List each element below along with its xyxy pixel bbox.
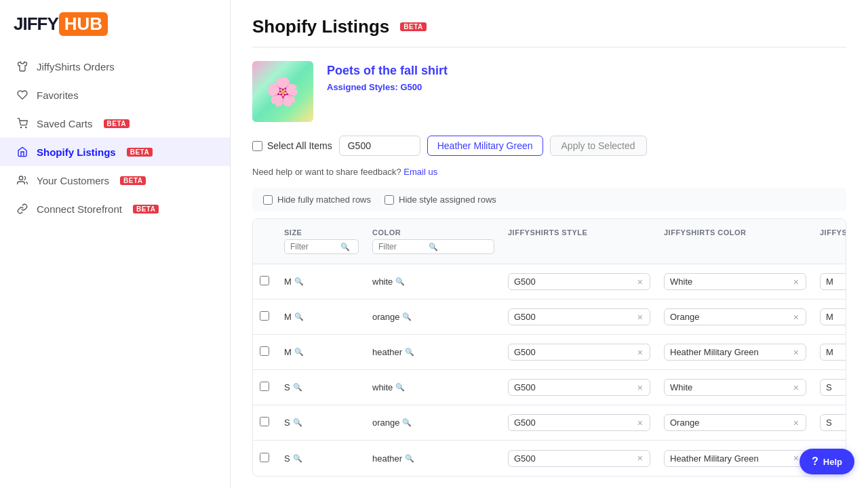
color-select-button[interactable]: Heather Military Green [427, 136, 543, 156]
js-color-remove-4[interactable]: × [792, 418, 800, 428]
js-size-value-3: S [826, 382, 846, 392]
js-style-remove-1[interactable]: × [636, 312, 644, 322]
color-search-link-2[interactable]: 🔍 [405, 348, 414, 357]
js-color-remove-3[interactable]: × [792, 383, 800, 392]
js-style-tag-4[interactable]: G500 × [508, 414, 650, 431]
row-checkbox-4[interactable] [260, 417, 269, 426]
size-value-4: S [284, 418, 290, 428]
hide-assigned-checkbox[interactable] [384, 195, 394, 205]
js-color-remove-1[interactable]: × [792, 312, 800, 322]
js-style-tag-1[interactable]: G500 × [508, 308, 650, 325]
js-color-value-5: Heather Military Green [670, 453, 788, 464]
js-color-tag-3[interactable]: White × [664, 379, 806, 396]
hide-matched-label[interactable]: Hide fully matched rows [263, 195, 371, 205]
td-size-4: S 🔍 [277, 412, 366, 433]
js-style-value-3: G500 [514, 382, 632, 392]
apply-to-selected-button[interactable]: Apply to Selected [550, 136, 647, 156]
td-checkbox-3 [253, 376, 277, 399]
size-search-link-5[interactable]: 🔍 [293, 454, 302, 463]
color-filter-input[interactable] [378, 242, 426, 251]
size-filter-input[interactable] [290, 242, 338, 251]
size-search-link-3[interactable]: 🔍 [293, 383, 302, 392]
table-header: SIZE 🔍 COLOR 🔍 JIFFYSHIRTS STYLE JIFFYSH… [253, 219, 846, 264]
js-color-tag-5[interactable]: Heather Military Green × [664, 450, 806, 467]
js-color-tag-1[interactable]: Orange × [664, 308, 806, 325]
js-size-tag-3[interactable]: S × [820, 379, 846, 396]
td-size-5: S 🔍 [277, 448, 366, 469]
nav-label-connect-storefront: Connect Storefront [37, 203, 122, 215]
js-style-remove-5[interactable]: × [636, 453, 644, 463]
td-js-color-3: White × [657, 373, 813, 401]
js-color-tag-0[interactable]: White × [664, 273, 806, 290]
js-size-tag-0[interactable]: M × [820, 273, 846, 290]
js-style-remove-0[interactable]: × [636, 277, 644, 287]
js-style-tag-0[interactable]: G500 × [508, 273, 650, 290]
js-size-tag-1[interactable]: M × [820, 308, 846, 325]
sidebar-item-your-customers[interactable]: Your Customers BETA [0, 166, 230, 195]
sidebar-item-shopify-listings[interactable]: Shopify Listings BETA [0, 138, 230, 166]
js-style-tag-3[interactable]: G500 × [508, 379, 650, 396]
svg-point-2 [19, 176, 22, 180]
nav: JiffyShirts Orders Favorites Saved Carts… [0, 45, 230, 230]
table-row: M 🔍 orange 🔍 G500 × Orange × M × [253, 300, 846, 335]
th-js-color: JIFFYSHIRTS COLOR [657, 224, 813, 258]
feedback-email-link[interactable]: Email us [403, 167, 437, 177]
size-search-icon: 🔍 [340, 243, 351, 251]
td-js-style-3: G500 × [501, 373, 657, 401]
td-checkbox-2 [253, 341, 277, 363]
size-value-5: S [284, 453, 290, 464]
size-filter[interactable]: 🔍 [284, 239, 359, 254]
js-style-value-0: G500 [514, 277, 632, 287]
help-label: Help [823, 457, 842, 467]
color-search-link-0[interactable]: 🔍 [395, 277, 405, 286]
row-checkbox-2[interactable] [260, 346, 269, 356]
js-color-value-0: White [670, 277, 788, 287]
td-js-size-1: M × [813, 303, 846, 331]
js-color-remove-0[interactable]: × [792, 277, 800, 287]
product-name: Poets of the fall shirt [327, 64, 448, 78]
style-input[interactable] [339, 136, 420, 156]
js-color-value-1: Orange [670, 312, 788, 322]
size-search-link-4[interactable]: 🔍 [293, 418, 302, 427]
td-checkbox-1 [253, 306, 277, 328]
td-js-style-1: G500 × [501, 303, 657, 331]
nav-label-your-customers: Your Customers [37, 175, 109, 186]
td-size-1: M 🔍 [277, 306, 366, 327]
select-all-checkbox[interactable] [252, 141, 262, 151]
js-style-remove-4[interactable]: × [636, 418, 644, 428]
sidebar-item-saved-carts[interactable]: Saved Carts BETA [0, 109, 230, 138]
sidebar-item-jiffyshirts-orders[interactable]: JiffyShirts Orders [0, 52, 230, 81]
color-search-link-3[interactable]: 🔍 [395, 383, 405, 392]
color-filter[interactable]: 🔍 [372, 239, 494, 254]
js-color-remove-2[interactable]: × [792, 348, 800, 357]
row-checkbox-3[interactable] [260, 382, 269, 391]
hide-assigned-label[interactable]: Hide style assigned rows [384, 195, 496, 205]
main-content: Shopify Listings BETA Poets of the fall … [231, 0, 868, 488]
color-search-icon: 🔍 [429, 243, 439, 251]
js-color-tag-2[interactable]: Heather Military Green × [664, 344, 806, 361]
hide-matched-text: Hide fully matched rows [277, 195, 371, 205]
color-search-link-1[interactable]: 🔍 [402, 312, 412, 321]
js-style-tag-5[interactable]: G500 × [508, 450, 650, 467]
js-size-tag-4[interactable]: S × [820, 414, 846, 431]
size-search-link-0[interactable]: 🔍 [294, 277, 304, 286]
size-search-link-2[interactable]: 🔍 [294, 348, 304, 357]
row-checkbox-1[interactable] [260, 311, 269, 321]
size-search-link-1[interactable]: 🔍 [294, 312, 304, 321]
color-search-link-5[interactable]: 🔍 [405, 454, 414, 463]
js-color-tag-4[interactable]: Orange × [664, 414, 806, 431]
row-checkbox-5[interactable] [260, 453, 269, 462]
help-button[interactable]: ? Help [800, 449, 854, 474]
sidebar-item-favorites[interactable]: Favorites [0, 81, 230, 109]
select-all-label[interactable]: Select All Items [252, 140, 332, 151]
sidebar-item-connect-storefront[interactable]: Connect Storefront BETA [0, 195, 230, 223]
js-style-tag-2[interactable]: G500 × [508, 344, 650, 361]
js-style-remove-2[interactable]: × [636, 348, 644, 357]
row-checkbox-0[interactable] [260, 276, 269, 285]
js-style-remove-3[interactable]: × [636, 383, 644, 392]
color-search-link-4[interactable]: 🔍 [402, 418, 412, 427]
js-size-tag-2[interactable]: M × [820, 344, 846, 361]
js-style-value-5: G500 [514, 453, 632, 464]
hide-matched-checkbox[interactable] [263, 195, 273, 205]
listings-table: SIZE 🔍 COLOR 🔍 JIFFYSHIRTS STYLE JIFFYSH… [252, 218, 846, 476]
